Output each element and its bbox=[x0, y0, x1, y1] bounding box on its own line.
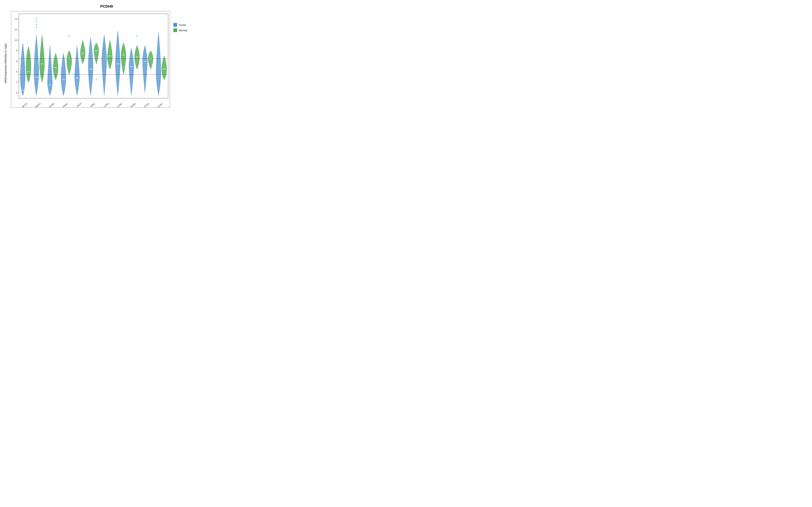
svg-point-411 bbox=[137, 36, 138, 36]
svg-point-71 bbox=[36, 18, 37, 19]
svg-text:HNSC: HNSC bbox=[62, 102, 68, 107]
svg-text:12: 12 bbox=[15, 28, 17, 31]
svg-text:14: 14 bbox=[15, 18, 17, 20]
svg-text:UCEC: UCEC bbox=[157, 102, 163, 107]
plot-and-legend: 02468101214BLCABRCACOADHNSCKICHKIRCLUADL… bbox=[11, 9, 199, 118]
y-axis-label: mRNA Expression (RNASeq V2, log2) bbox=[4, 9, 11, 118]
svg-text:COAD: COAD bbox=[48, 102, 55, 107]
svg-point-74 bbox=[36, 26, 37, 27]
svg-text:THCA: THCA bbox=[144, 102, 150, 107]
legend-label-normal: Normal bbox=[179, 29, 187, 32]
svg-point-72 bbox=[36, 21, 37, 22]
legend-item-tumor: Tumor bbox=[173, 23, 197, 27]
chart-title: PCDH9 bbox=[14, 3, 199, 9]
svg-text:KIRC: KIRC bbox=[90, 102, 96, 107]
svg-text:PRAD: PRAD bbox=[130, 102, 136, 107]
plot-wrapper: 02468101214BLCABRCACOADHNSCKICHKIRCLUADL… bbox=[11, 11, 170, 108]
chart-container: PCDH9 mRNA Expression (RNASeq V2, log2) … bbox=[4, 3, 199, 124]
svg-text:10: 10 bbox=[15, 39, 17, 41]
svg-text:LUAD: LUAD bbox=[103, 102, 109, 107]
svg-text:0: 0 bbox=[16, 92, 17, 94]
svg-text:LUSC: LUSC bbox=[116, 102, 123, 107]
svg-text:8: 8 bbox=[16, 49, 17, 52]
svg-text:BLCA: BLCA bbox=[22, 102, 28, 107]
legend-box-tumor bbox=[173, 23, 177, 27]
svg-point-275 bbox=[96, 79, 97, 80]
legend-box-normal bbox=[173, 29, 177, 32]
legend-item-normal: Normal bbox=[173, 29, 197, 32]
svg-text:4: 4 bbox=[16, 70, 17, 73]
svg-point-73 bbox=[36, 24, 37, 25]
chart-area: mRNA Expression (RNASeq V2, log2) 024681… bbox=[4, 9, 199, 118]
svg-text:6: 6 bbox=[16, 60, 17, 62]
svg-point-184 bbox=[69, 36, 70, 36]
legend: Tumor Normal bbox=[172, 9, 199, 118]
svg-text:KICH: KICH bbox=[76, 102, 82, 107]
svg-text:BRCA: BRCA bbox=[35, 102, 41, 107]
svg-text:2: 2 bbox=[16, 81, 17, 83]
legend-label-tumor: Tumor bbox=[179, 23, 186, 26]
main-svg: 02468101214BLCABRCACOADHNSCKICHKIRCLUADL… bbox=[11, 11, 170, 107]
